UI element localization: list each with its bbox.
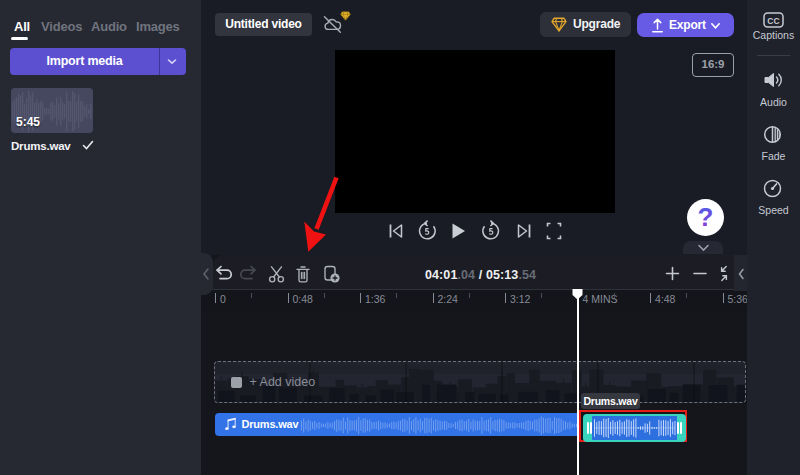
svg-text:?: ? bbox=[698, 202, 714, 232]
svg-text:CC: CC bbox=[767, 16, 779, 26]
